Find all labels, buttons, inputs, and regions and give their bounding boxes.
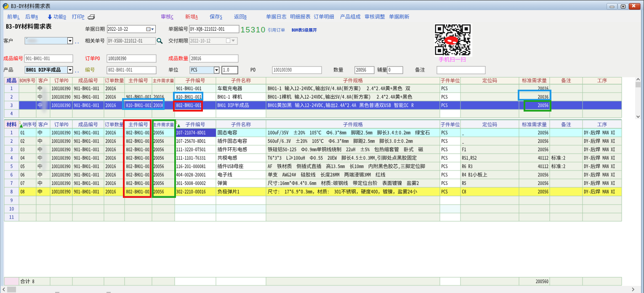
svg-text:1: 1	[19, 120, 21, 125]
svg-text:. .: . .	[75, 68, 79, 73]
svg-text:. .: . .	[75, 39, 79, 44]
svg-text:15310: 15310	[241, 25, 266, 34]
